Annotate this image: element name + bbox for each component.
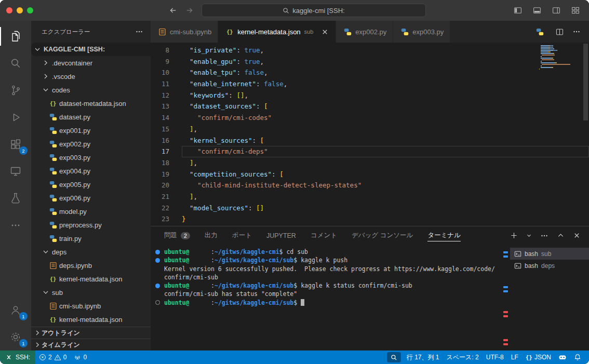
panel-tab-コメント[interactable]: コメント [311, 226, 337, 245]
editor-tab-kernel-metadata.json[interactable]: {}kernel-metadata.jsonsub [218, 21, 336, 43]
customize-layout-icon[interactable] [569, 4, 582, 17]
panel-tab-ターミナル[interactable]: ターミナル [427, 226, 461, 245]
sidebar-section-header[interactable]: アウトライン [31, 327, 151, 339]
command-decoration-success[interactable] [155, 284, 160, 288]
tree-item-file[interactable]: dataset.py [31, 110, 151, 124]
terminal-tab-deps[interactable]: bashdeps [510, 260, 589, 272]
tab-close-button[interactable] [320, 27, 329, 36]
panel-tab-出力[interactable]: 出力 [205, 226, 218, 245]
activity-extensions-button[interactable]: 2 [0, 131, 31, 158]
close-panel-icon[interactable] [573, 232, 581, 239]
explorer-more-actions-icon[interactable] [135, 28, 143, 36]
activity-search-button[interactable] [0, 50, 31, 77]
minimap[interactable] [539, 45, 580, 70]
panel-tab-JUPYTER[interactable]: JUPYTER [266, 226, 296, 245]
cursor-position-status[interactable]: 行 17、列 1 [403, 350, 443, 364]
terminal-viewport[interactable]: ubuntu@ :~/gitws/kaggle-cmi$ cd sububunt… [151, 245, 502, 350]
zoom-indicator[interactable] [387, 352, 401, 362]
tree-item-file[interactable]: exp003.py [31, 151, 151, 164]
close-window-button[interactable] [6, 7, 12, 14]
panel-tab-デバッグ コンソール[interactable]: デバッグ コンソール [352, 226, 413, 245]
toggle-secondary-sidebar-icon[interactable] [550, 4, 563, 17]
code-editor[interactable]: 891011121314151617181920212223 "is_priva… [151, 43, 589, 226]
new-terminal-icon[interactable] [510, 232, 518, 239]
activity-run-debug-button[interactable] [0, 104, 31, 131]
tree-item-folder[interactable]: deps [31, 245, 151, 259]
activity-explorer-button[interactable] [0, 23, 31, 50]
minimap-line [539, 51, 580, 52]
tree-item-folder[interactable]: sub [31, 286, 151, 299]
eol-status[interactable]: LF [507, 350, 522, 364]
eol-label: LF [511, 354, 518, 361]
tree-item-file[interactable]: {}kernel-metadata.json [31, 313, 151, 326]
terminal-scrollbar[interactable] [502, 245, 510, 350]
activity-accounts-button[interactable]: 1 [0, 296, 31, 323]
editor-tab-cmi-sub.ipynb[interactable]: cmi-sub.ipynb [151, 21, 218, 43]
tree-item-file[interactable]: exp005.py [31, 178, 151, 191]
go-back-button[interactable] [167, 5, 179, 16]
editor-tab-exp003.py[interactable]: exp003.py [393, 21, 450, 43]
code-line: ], [182, 124, 589, 135]
tree-item-root[interactable]: KAGGLE-CMI [SSH: [31, 43, 151, 56]
command-decoration-prompt[interactable] [155, 300, 160, 305]
tree-item-file[interactable]: exp001.py [31, 124, 151, 137]
tree-item-file[interactable]: preprocess.py [31, 218, 151, 232]
tree-item-file[interactable]: deps.ipynb [31, 259, 151, 272]
activity-remote-explorer-button[interactable] [0, 158, 31, 185]
editor-more-actions-icon[interactable] [572, 28, 581, 36]
go-forward-button[interactable] [184, 5, 195, 16]
minimize-window-button[interactable] [17, 7, 23, 14]
activity-more-button[interactable] [0, 212, 31, 239]
tree-item-file[interactable]: cmi-sub.ipynb [31, 299, 151, 313]
warning-count: 0 [63, 354, 67, 361]
sidebar-section-header[interactable]: タイムライン [31, 339, 151, 350]
panel-more-actions-icon[interactable] [540, 232, 548, 240]
panel-tab-label: コメント [311, 231, 337, 240]
maximize-panel-icon[interactable] [557, 232, 565, 239]
notebook-file-icon [158, 28, 166, 36]
panel-tab-ポート[interactable]: ポート [232, 226, 252, 245]
remote-indicator[interactable]: SSH: [0, 350, 35, 364]
editor-scrollbar[interactable] [583, 44, 588, 120]
activity-settings-button[interactable]: 1 [0, 323, 31, 350]
encoding-status[interactable]: UTF-8 [483, 350, 507, 364]
tree-item-folder[interactable]: .devcontainer [31, 56, 151, 70]
tree-item-file[interactable]: {}kernel-metadata.json [31, 272, 151, 286]
editor-tab-partial[interactable] [532, 21, 547, 43]
toggle-primary-sidebar-icon[interactable] [512, 4, 524, 17]
toggle-panel-icon[interactable] [531, 4, 543, 17]
editor-tab-exp002.py[interactable]: exp002.py [336, 21, 393, 43]
minimap-line [539, 45, 580, 46]
tree-item-file[interactable]: {}dataset-metadata.json [31, 97, 151, 110]
command-decoration-success[interactable] [155, 258, 160, 263]
problems-status[interactable]: 2 0 [35, 350, 70, 364]
zoom-window-button[interactable] [27, 7, 33, 14]
split-editor-icon[interactable] [555, 28, 564, 36]
python-file-icon [536, 28, 544, 36]
tree-item-file[interactable]: exp006.py [31, 191, 151, 205]
notifications-status[interactable] [570, 350, 585, 364]
command-decoration-success[interactable] [155, 250, 160, 254]
activity-source-control-button[interactable] [0, 77, 31, 104]
code-line: ], [182, 157, 589, 169]
indentation-status[interactable]: スペース: 2 [443, 350, 483, 364]
tree-item-file[interactable]: model.py [31, 205, 151, 218]
command-center[interactable]: kaggle-cmi [SSH: [202, 4, 426, 17]
terminal-profile-dropdown-icon[interactable] [526, 233, 532, 238]
ports-status[interactable]: 0 [70, 350, 90, 364]
panel-actions [510, 232, 589, 240]
activity-testing-button[interactable] [0, 185, 31, 212]
tree-item-file[interactable]: exp002.py [31, 137, 151, 151]
tree-item-folder[interactable]: .vscode [31, 70, 151, 83]
terminal-tab-sub[interactable]: bashsub [510, 248, 589, 260]
tree-item-folder[interactable]: codes [31, 83, 151, 97]
remote-explorer-icon [9, 165, 22, 178]
sidebar-sections: アウトラインタイムライン [31, 327, 151, 350]
copilot-status[interactable] [555, 350, 570, 364]
tree-item-file[interactable]: exp004.py [31, 164, 151, 178]
editor-actions [547, 21, 589, 43]
language-mode-status[interactable]: {} JSON [522, 350, 555, 364]
status-bar: SSH: 2 0 0 行 17、列 1 スペース: 2 [0, 350, 589, 364]
tree-item-file[interactable]: train.py [31, 232, 151, 245]
panel-tab-問題[interactable]: 問題2 [164, 226, 190, 245]
